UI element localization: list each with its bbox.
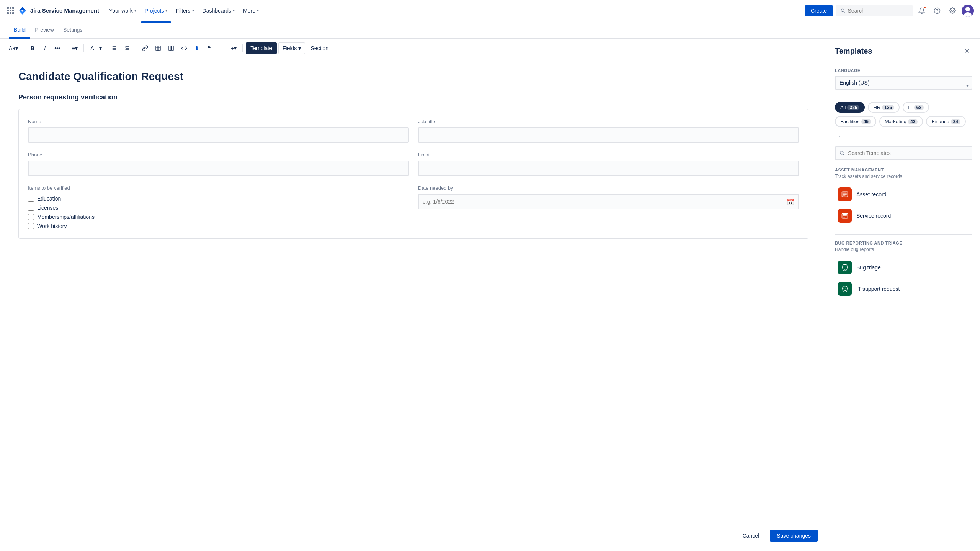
quote-button[interactable]: ❝: [204, 43, 214, 54]
search-bar[interactable]: [836, 5, 913, 16]
education-checkbox[interactable]: [28, 196, 34, 202]
template-asset-record[interactable]: Asset record: [835, 184, 972, 205]
code-button[interactable]: [178, 43, 190, 54]
asset-management-desc: Track assets and service records: [835, 174, 972, 179]
dash-button[interactable]: —: [216, 43, 227, 54]
bug-triage-icon: [838, 261, 852, 274]
form-section: Name Job title Phone Email: [18, 109, 808, 239]
more-formatting-button[interactable]: •••: [52, 43, 63, 54]
template-service-record[interactable]: Service record: [835, 205, 972, 227]
nav-projects[interactable]: Projects ▾: [141, 5, 172, 16]
notifications-button[interactable]: [916, 5, 928, 17]
editor-content: Candidate Qualification Request Person r…: [0, 58, 827, 523]
nav-your-work-label: Your work: [109, 8, 133, 14]
tab-preview[interactable]: Preview: [30, 21, 59, 39]
nav-filters[interactable]: Filters ▾: [172, 5, 198, 16]
templates-panel-body: LANGUAGE English (US) French German Span…: [827, 62, 980, 548]
table-button[interactable]: [152, 43, 164, 54]
nav-projects-label: Projects: [145, 8, 164, 14]
service-record-icon: [838, 209, 852, 223]
cancel-button[interactable]: Cancel: [737, 530, 766, 542]
tag-hr[interactable]: HR 136: [868, 102, 900, 113]
columns-button[interactable]: [165, 43, 177, 54]
tag-all[interactable]: All 326: [835, 102, 865, 113]
numbered-list-button[interactable]: [121, 43, 133, 54]
nav-dashboards[interactable]: Dashboards ▾: [199, 5, 239, 16]
tag-it[interactable]: IT 68: [903, 102, 929, 113]
name-label: Name: [28, 119, 409, 124]
editor-area: Aa▾ B I ••• ≡▾ A▾: [0, 39, 827, 548]
link-icon: [142, 45, 148, 51]
licenses-checkbox[interactable]: [28, 205, 34, 211]
insert-button[interactable]: +▾: [228, 43, 239, 54]
templates-panel-title: Templates: [835, 47, 872, 55]
template-it-support[interactable]: IT support request: [835, 278, 972, 300]
text-color-button[interactable]: A: [87, 43, 98, 54]
templates-search-input[interactable]: [848, 150, 968, 156]
fields-button[interactable]: Fields ▾: [278, 42, 305, 54]
email-input[interactable]: [418, 161, 799, 176]
create-button[interactable]: Create: [805, 5, 833, 16]
avatar[interactable]: [962, 5, 974, 17]
template-button[interactable]: Template: [246, 42, 277, 54]
svg-rect-7: [112, 49, 112, 50]
section-button[interactable]: Section: [307, 42, 332, 54]
memberships-checkbox[interactable]: [28, 214, 34, 220]
checkbox-work-history: Work history: [28, 223, 409, 229]
toolbar-divider-6: [242, 44, 243, 52]
service-record-svg: [841, 212, 849, 220]
app-logo[interactable]: Jira Service Management: [6, 6, 99, 15]
tag-all-label: All: [840, 104, 846, 110]
svg-point-17: [844, 288, 844, 289]
asset-management-title: ASSET MANAGEMENT: [835, 168, 972, 172]
search-icon: [841, 8, 846, 13]
tag-marketing[interactable]: Marketing 43: [879, 116, 923, 127]
bug-reporting-title: BUG REPORTING AND TRIAGE: [835, 241, 972, 245]
link-button[interactable]: [139, 43, 151, 54]
svg-point-18: [846, 288, 846, 289]
date-input[interactable]: [423, 199, 787, 205]
italic-button[interactable]: I: [39, 43, 50, 54]
it-support-label: IT support request: [856, 286, 900, 292]
toolbar-divider-3: [83, 44, 84, 52]
save-button[interactable]: Save changes: [770, 530, 818, 542]
tab-build[interactable]: Build: [9, 21, 30, 39]
templates-search-icon: [840, 150, 845, 156]
nav-your-work[interactable]: Your work ▾: [105, 5, 140, 16]
bug-triage-svg: [841, 264, 849, 271]
category-asset-management: ASSET MANAGEMENT Track assets and servic…: [835, 168, 972, 227]
fields-chevron-icon: ▾: [298, 45, 301, 51]
template-bug-triage[interactable]: Bug triage: [835, 257, 972, 278]
education-label: Education: [37, 196, 61, 202]
tag-finance-label: Finance: [931, 119, 949, 124]
work-history-checkbox[interactable]: [28, 223, 34, 229]
info-button[interactable]: ℹ: [191, 43, 202, 54]
settings-button[interactable]: [946, 5, 959, 17]
name-input[interactable]: [28, 127, 409, 143]
help-button[interactable]: [931, 5, 943, 17]
it-support-icon: [838, 282, 852, 296]
tag-facilities[interactable]: Facilities 45: [835, 116, 876, 127]
date-input-wrapper[interactable]: 📅: [418, 194, 799, 209]
phone-input[interactable]: [28, 161, 409, 176]
tag-it-label: IT: [908, 104, 913, 110]
tab-settings[interactable]: Settings: [59, 21, 87, 39]
templates-close-button[interactable]: [962, 46, 972, 56]
font-size-button[interactable]: Aa▾: [6, 43, 21, 54]
nav-more[interactable]: More ▾: [239, 5, 263, 16]
email-field: Email: [418, 152, 799, 176]
language-select[interactable]: English (US) French German Spanish Japan…: [835, 76, 972, 90]
search-input[interactable]: [848, 8, 908, 14]
more-tags-button[interactable]: ...: [835, 130, 844, 140]
language-select-wrapper: English (US) French German Spanish Japan…: [835, 76, 972, 96]
tag-marketing-label: Marketing: [885, 119, 906, 124]
toolbar-divider-1: [24, 44, 24, 52]
checkbox-group: Education Licenses Memberships/affiliati…: [28, 196, 409, 229]
bullet-list-button[interactable]: [108, 43, 120, 54]
bold-button[interactable]: B: [27, 43, 38, 54]
tag-finance[interactable]: Finance 34: [926, 116, 966, 127]
toolbar-divider-5: [136, 44, 136, 52]
align-button[interactable]: ≡▾: [69, 43, 80, 54]
nav-filters-label: Filters: [176, 8, 190, 14]
job-title-input[interactable]: [418, 127, 799, 143]
